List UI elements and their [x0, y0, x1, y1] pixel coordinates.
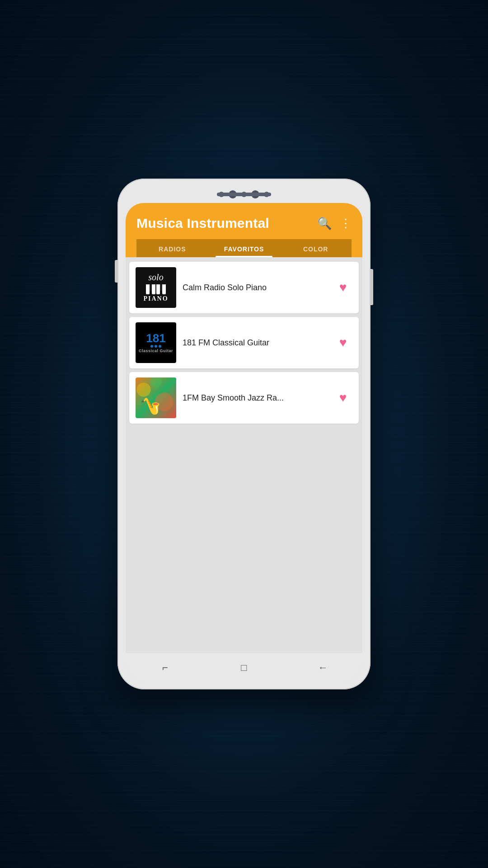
tab-color[interactable]: COLOR: [280, 239, 352, 257]
radio-name-181fm: 181 FM Classical Guitar: [183, 338, 327, 348]
jazz-figure: 🎷: [140, 397, 160, 416]
phone-frame: Musica Instrumental 🔍 ⋮ RADIOS FAVORITOS…: [117, 179, 371, 689]
radio-thumbnail-solo-piano: solo PIANO: [136, 267, 176, 308]
phone-screen: Musica Instrumental 🔍 ⋮ RADIOS FAVORITOS…: [126, 203, 362, 681]
tab-radios-label: RADIOS: [159, 245, 186, 253]
list-item[interactable]: 🎷 1FM Bay Smooth Jazz Ra... ♥: [129, 372, 359, 424]
phone-top-bar: [126, 187, 362, 203]
fm-label: Classical Guitar: [139, 349, 173, 353]
favorite-button-181fm[interactable]: ♥: [333, 333, 352, 352]
radio-name-calm: Calm Radio Solo Piano: [183, 283, 327, 292]
app-header-top: Musica Instrumental 🔍 ⋮: [136, 216, 352, 231]
more-options-icon[interactable]: ⋮: [340, 217, 352, 231]
tab-color-label: COLOR: [303, 245, 328, 253]
app-title: Musica Instrumental: [136, 216, 269, 231]
fm-dots: [150, 345, 161, 348]
power-button: [371, 269, 373, 305]
radio-thumbnail-181fm: 181 Classical Guitar: [136, 322, 176, 363]
recents-button[interactable]: ⌐: [154, 660, 176, 676]
back-button[interactable]: ←: [312, 660, 334, 676]
tab-favoritos[interactable]: FAVORITOS: [208, 239, 280, 257]
favorite-button-calm[interactable]: ♥: [333, 278, 352, 297]
home-button[interactable]: □: [233, 660, 255, 676]
piano-label: PIANO: [143, 295, 168, 302]
solo-text: solo: [148, 273, 163, 282]
favorite-button-jazz[interactable]: ♥: [333, 388, 352, 407]
volume-button: [115, 260, 117, 283]
list-item[interactable]: solo PIANO Calm Radio Solo Piano ♥: [129, 262, 359, 313]
radio-name-jazz: 1FM Bay Smooth Jazz Ra...: [183, 393, 327, 403]
radio-thumbnail-jazz: 🎷: [136, 377, 176, 418]
fm-number: 181: [146, 332, 165, 344]
list-item[interactable]: 181 Classical Guitar 181 FM Classical Gu…: [129, 317, 359, 368]
bottom-navigation: ⌐ □ ←: [126, 653, 362, 681]
tab-favoritos-label: FAVORITOS: [224, 245, 264, 253]
favorites-list: solo PIANO Calm Radio Solo Piano ♥: [126, 257, 362, 653]
app-header: Musica Instrumental 🔍 ⋮ RADIOS FAVORITOS…: [126, 203, 362, 257]
tab-radios[interactable]: RADIOS: [136, 239, 208, 257]
piano-keys: [146, 284, 166, 294]
tab-active-indicator: [216, 256, 273, 257]
tab-bar: RADIOS FAVORITOS COLOR: [136, 239, 352, 257]
header-icons: 🔍 ⋮: [317, 217, 352, 231]
earpiece-speaker: [217, 193, 271, 196]
search-icon[interactable]: 🔍: [317, 217, 332, 231]
